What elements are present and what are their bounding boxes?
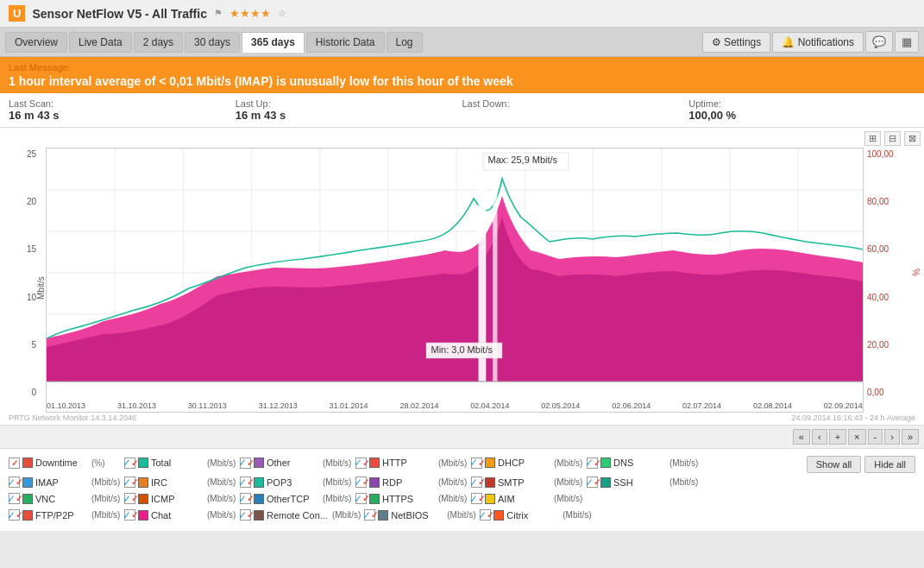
legend-item-ftpp2p: ✓ FTP/P2P (Mbit/s): [9, 509, 121, 521]
header: U Sensor NetFlow V5 - All Traffic ⚑ ★★★★…: [0, 0, 924, 28]
legend-checkbox-dns[interactable]: ✓: [587, 458, 598, 469]
chart-main[interactable]: Max: 25,9 Mbit/s Min: 3,0 Mbit/s 01.10.2…: [46, 148, 864, 413]
legend-item-remotecon: ✓ Remote Con... (Mbit/s): [240, 509, 361, 521]
legend-color-smtp: [485, 477, 495, 488]
legend-name-vnc: VNC: [35, 494, 87, 504]
legend-row-1: Downtime (%) ✓ Total (Mbit/s) ✓ Other (M…: [9, 454, 915, 473]
legend-checkbox-imap[interactable]: ✓: [9, 476, 20, 488]
chart-svg: Max: 25,9 Mbit/s Min: 3,0 Mbit/s: [47, 148, 863, 399]
legend-color-http: [369, 458, 380, 468]
legend-unit-http: (Mbit/s): [438, 458, 467, 468]
stat-last-up: Last Up: 16 m 43 s: [236, 98, 462, 122]
legend-color-icmp: [138, 494, 148, 504]
legend-color-pop3: [254, 477, 264, 488]
flag-icon: ⚑: [214, 8, 223, 19]
legend-unit-othertcp: (Mbit/s): [323, 494, 351, 503]
legend-checkbox-pop3[interactable]: ✓: [240, 476, 251, 488]
legend-unit-chat: (Mbit/s): [207, 510, 236, 520]
chart-inner: 25 20 15 10 5 0 Mbit/s: [3, 148, 921, 413]
tab-30days[interactable]: 30 days: [185, 32, 240, 53]
chart-zoom-in[interactable]: ⊞: [864, 131, 881, 146]
legend-unit-smtp: (Mbit/s): [554, 477, 582, 487]
legend-color-imap: [22, 477, 33, 488]
legend-checkbox-https[interactable]: ✓: [355, 493, 367, 504]
legend-checkbox-irc[interactable]: ✓: [124, 476, 135, 488]
legend-item-smtp: ✓ SMTP (Mbit/s): [471, 476, 583, 488]
nav-next-button[interactable]: ›: [884, 429, 900, 445]
hide-all-button[interactable]: Hide all: [864, 456, 915, 473]
last-scan-value: 16 m 43 s: [9, 109, 236, 122]
legend-color-netbios: [378, 510, 388, 521]
legend-checkbox-smtp[interactable]: ✓: [471, 476, 482, 488]
chat-icon-button[interactable]: 💬: [865, 31, 893, 53]
show-all-button[interactable]: Show all: [807, 456, 862, 473]
nav-cross-button[interactable]: ×: [848, 429, 865, 445]
tab-2days[interactable]: 2 days: [134, 32, 183, 53]
legend-area: Downtime (%) ✓ Total (Mbit/s) ✓ Other (M…: [0, 449, 924, 531]
svg-text:Min: 3,0 Mbit/s: Min: 3,0 Mbit/s: [431, 344, 493, 354]
legend-unit-downtime: (%): [91, 458, 105, 468]
legend-row-4: ✓ FTP/P2P (Mbit/s) ✓ Chat (Mbit/s) ✓ Rem…: [9, 509, 915, 522]
legend-color-https: [369, 494, 380, 504]
legend-checkbox-chat[interactable]: ✓: [124, 509, 135, 521]
legend-item-total: ✓ Total (Mbit/s): [124, 458, 236, 469]
legend-item-https: ✓ HTTPS (Mbit/s): [355, 493, 468, 504]
legend-checkbox-aim[interactable]: ✓: [471, 493, 482, 504]
tab-365days[interactable]: 365 days: [242, 32, 305, 53]
legend-color-vnc: [22, 494, 33, 504]
legend-name-dns: DNS: [613, 458, 665, 468]
legend-checkbox-downtime[interactable]: [9, 458, 20, 469]
nav-plus-button[interactable]: +: [829, 429, 846, 445]
legend-unit-ftpp2p: (Mbit/s): [91, 510, 120, 520]
legend-item-other: ✓ Other (Mbit/s): [240, 458, 352, 469]
legend-checkbox-ssh[interactable]: ✓: [587, 476, 598, 488]
legend-name-dhcp: DHCP: [498, 458, 550, 468]
legend-name-irc: IRC: [151, 477, 203, 488]
legend-unit-other: (Mbit/s): [323, 458, 351, 468]
legend-unit-netbios: (Mbit/s): [447, 510, 475, 520]
last-up-value: 16 m 43 s: [236, 109, 462, 122]
legend-checkbox-netbios[interactable]: ✓: [364, 509, 375, 521]
legend-color-total: [138, 458, 148, 468]
legend-checkbox-http[interactable]: ✓: [355, 458, 367, 469]
tab-historic-data[interactable]: Historic Data: [306, 32, 385, 53]
legend-row-2: ✓ IMAP (Mbit/s) ✓ IRC (Mbit/s) ✓ POP3 (M…: [9, 476, 915, 489]
notifications-button[interactable]: 🔔 Notifications: [772, 32, 864, 53]
tab-log[interactable]: Log: [387, 32, 423, 53]
legend-color-ftpp2p: [22, 510, 33, 521]
legend-checkbox-rdp[interactable]: ✓: [355, 476, 367, 488]
legend-color-aim: [485, 494, 495, 504]
legend-item-irc: ✓ IRC (Mbit/s): [124, 476, 236, 488]
nav-last-button[interactable]: »: [902, 429, 919, 445]
legend-checkbox-ftpp2p[interactable]: ✓: [9, 509, 20, 521]
alert-banner: Last Message: 1 hour interval average of…: [0, 57, 924, 93]
legend-checkbox-dhcp[interactable]: ✓: [471, 458, 482, 469]
settings-button[interactable]: ⚙ Settings: [702, 32, 771, 53]
rating-stars: ★★★★: [229, 7, 271, 20]
tab-overview[interactable]: Overview: [5, 32, 67, 53]
nav-first-button[interactable]: «: [793, 429, 810, 445]
legend-checkbox-total[interactable]: ✓: [124, 458, 135, 469]
nav-prev-button[interactable]: ‹: [812, 429, 827, 445]
legend-checkbox-remotecon[interactable]: ✓: [240, 509, 251, 521]
legend-checkbox-icmp[interactable]: ✓: [124, 493, 135, 504]
legend-color-irc: [138, 477, 148, 488]
legend-checkbox-othertcp[interactable]: ✓: [240, 493, 251, 504]
legend-item-vnc: ✓ VNC (Mbit/s): [9, 493, 121, 504]
nav-minus-button[interactable]: -: [868, 429, 883, 445]
last-scan-label: Last Scan:: [9, 98, 236, 109]
grid-icon-button[interactable]: ▦: [895, 31, 919, 53]
chart-zoom-fit[interactable]: ⊟: [884, 131, 901, 146]
legend-checkbox-citrix[interactable]: ✓: [480, 509, 491, 521]
chart-download[interactable]: ⊠: [904, 131, 921, 146]
legend-name-https: HTTPS: [382, 494, 434, 504]
legend-unit-dns: (Mbit/s): [669, 458, 698, 468]
tab-live-data[interactable]: Live Data: [69, 32, 132, 53]
legend-checkbox-other[interactable]: ✓: [240, 458, 251, 469]
legend-name-http: HTTP: [382, 458, 434, 468]
chart-container: ⊞ ⊟ ⊠ 25 20 15 10 5 0 Mbit/s: [0, 128, 924, 426]
legend-color-chat: [138, 510, 148, 521]
stat-last-scan: Last Scan: 16 m 43 s: [9, 98, 236, 122]
legend-checkbox-vnc[interactable]: ✓: [9, 493, 20, 504]
legend-unit-ssh: (Mbit/s): [669, 477, 698, 487]
